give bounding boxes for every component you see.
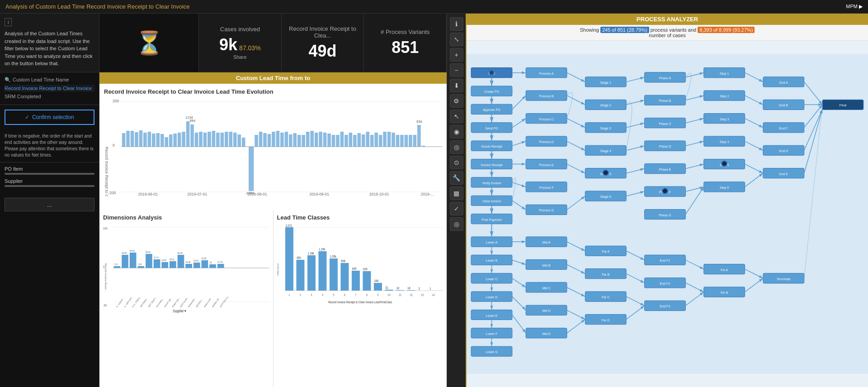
svg-rect-140: [285, 227, 293, 291]
svg-rect-73: [383, 132, 387, 147]
svg-text:Approve PO: Approve PO: [483, 108, 500, 112]
svg-text:End A: End A: [779, 81, 788, 84]
svg-rect-42: [249, 147, 254, 191]
wrench-toolbar-btn[interactable]: 🔧: [450, 171, 463, 185]
eye3-toolbar-btn[interactable]: ⊙: [450, 156, 463, 169]
svg-rect-144: [329, 258, 337, 291]
svg-text:29.11: 29.11: [170, 258, 175, 261]
arrow-toolbar-btn[interactable]: ↖: [450, 110, 463, 123]
eye1-toolbar-btn[interactable]: ◉: [450, 125, 463, 139]
svg-text:Action Sp...: Action Sp...: [164, 296, 172, 308]
svg-text:Process G: Process G: [539, 209, 554, 212]
confirm-selection-button[interactable]: ✓ Confirm selection: [5, 110, 94, 125]
resize-toolbar-btn[interactable]: ⤡: [450, 33, 463, 46]
variants-text: process variants and: [651, 27, 697, 33]
grid-toolbar-btn[interactable]: ▦: [450, 186, 463, 200]
process-analyzer-panel: PROCESS ANALYZER Showing 245 of 851 (28.…: [466, 14, 868, 387]
center-with-toolbar: ⏳ Cases involved 9k 87.03% Share Record …: [99, 14, 868, 387]
svg-rect-106: [209, 264, 216, 268]
svg-rect-19: [148, 132, 151, 147]
svg-text:End B: End B: [779, 104, 788, 107]
top-bar: Analysis of Custom Lead Time Record Invo…: [0, 0, 868, 14]
svg-text:Record Invoice Recei...: Record Invoice Recei...: [104, 263, 107, 291]
svg-text:6: 6: [344, 293, 345, 296]
svg-text:2019-07-01: 2019-07-01: [188, 192, 208, 196]
svg-rect-32: [203, 133, 207, 147]
svg-text:Process C: Process C: [539, 118, 554, 121]
svg-text:2019-06-01: 2019-06-01: [138, 192, 158, 196]
eye2-toolbar-btn[interactable]: ◎: [450, 140, 463, 154]
svg-text:End D: End D: [779, 149, 788, 153]
svg-text:Step 3: Step 3: [720, 118, 729, 121]
svg-rect-24: [169, 134, 173, 147]
svg-text:-200: -200: [108, 191, 116, 195]
zoom-in-toolbar-btn[interactable]: +: [450, 48, 463, 62]
svg-text:37.74: 37.74: [154, 256, 159, 259]
variants-highlight[interactable]: 245 of 851 (28.79%): [600, 27, 649, 33]
svg-text:7.06: 7.06: [137, 263, 142, 266]
filter-option-2[interactable]: SRM Completed: [5, 93, 94, 100]
lt-classes-title: Lead Time Classes: [277, 214, 443, 221]
more-button[interactable]: ...: [5, 198, 94, 211]
main-layout: i Analysis of the Custom Lead Times crea…: [0, 14, 868, 387]
svg-rect-105: [202, 260, 208, 268]
svg-rect-44: [259, 132, 263, 147]
svg-text:Stage 3: Stage 3: [600, 127, 611, 130]
download-toolbar-btn[interactable]: ⬇: [450, 79, 463, 92]
po-item-label: PO Item: [5, 166, 94, 172]
svg-text:245: 245: [374, 279, 378, 282]
svg-text:Phase C: Phase C: [659, 122, 671, 125]
svg-text:Send PO: Send PO: [485, 127, 498, 130]
target-toolbar-btn[interactable]: ◎: [450, 217, 463, 231]
svg-rect-103: [185, 264, 192, 268]
svg-rect-71: [374, 133, 378, 147]
svg-text:End F1: End F1: [660, 259, 670, 262]
svg-rect-29: [190, 124, 194, 147]
svg-text:Mid C: Mid C: [542, 287, 550, 290]
po-item-slider[interactable]: [5, 173, 94, 175]
svg-rect-82: [422, 146, 425, 147]
process-diagram[interactable]: Start Create PO Approve PO Send PO Goods…: [467, 41, 868, 387]
svg-rect-20: [152, 134, 156, 147]
svg-text:2,071: 2,071: [285, 224, 292, 227]
info-toolbar-btn[interactable]: ℹ: [450, 17, 463, 31]
cases-highlight[interactable]: 8,393 of 8,999 (93.27%): [698, 27, 755, 33]
svg-text:Terminate: Terminate: [777, 277, 791, 281]
svg-rect-146: [351, 271, 359, 291]
dimension-filters: PO Item Supplier: [0, 162, 99, 194]
svg-rect-36: [221, 133, 224, 147]
svg-text:7.14: 7.14: [114, 263, 118, 266]
svg-rect-23: [165, 137, 168, 147]
svg-rect-74: [387, 132, 391, 147]
svg-text:1: 1: [288, 293, 290, 296]
svg-rect-72: [379, 135, 382, 147]
filter-option-1[interactable]: Record Invoice Receipt to Clear Invoice: [5, 85, 94, 92]
toolbar: ℹ ⤡ + − ⬇ ⚙ ↖ ◉ ◎ ⊙ 🔧 ▦ ✓ ◎: [447, 14, 466, 387]
kpi-lt-card: Record Invoice Receipt to Clea... 49d: [282, 14, 364, 72]
supplier-thumb: [5, 185, 94, 187]
kpi-variants-value: 851: [392, 38, 419, 57]
settings-toolbar-btn[interactable]: ⚙: [450, 94, 463, 108]
svg-text:A. Kayser...: A. Kayser...: [116, 296, 124, 308]
svg-text:Clear Invoice: Clear Invoice: [482, 200, 501, 203]
svg-rect-141: [296, 260, 304, 291]
svg-rect-64: [344, 135, 348, 147]
svg-text:Ahlers AG: Ahlers AG: [203, 297, 212, 308]
svg-text:5: 5: [333, 293, 335, 296]
filter-label-text: Custom Lead Time Name: [13, 77, 69, 82]
check-toolbar-btn[interactable]: ✓: [450, 202, 463, 215]
svg-text:Post Payment: Post Payment: [482, 218, 502, 222]
svg-rect-58: [319, 132, 322, 147]
supplier-slider[interactable]: [5, 185, 94, 187]
svg-rect-68: [362, 134, 365, 147]
svg-rect-80: [413, 135, 417, 147]
zoom-out-toolbar-btn[interactable]: −: [450, 63, 463, 77]
svg-text:9: 9: [377, 293, 379, 296]
svg-rect-143: [318, 251, 326, 291]
svg-text:83d: 83d: [416, 119, 422, 124]
svg-text:8: 8: [366, 293, 368, 296]
svg-rect-151: [407, 290, 415, 291]
svg-text:End C: End C: [779, 127, 788, 130]
supplier-filter: Supplier: [5, 178, 94, 187]
svg-text:Stage 6: Stage 6: [600, 195, 611, 199]
